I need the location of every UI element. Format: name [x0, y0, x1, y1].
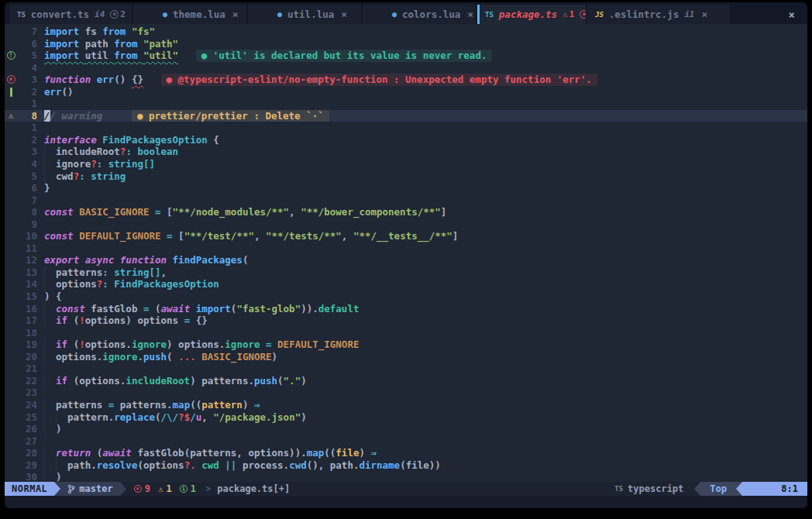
- token: await: [161, 303, 196, 314]
- token: ⇒: [371, 447, 377, 459]
- code-line[interactable]: 10const DEFAULT_IGNORE = ["**/test/**", …: [5, 230, 807, 242]
- close-tab-icon[interactable]: ×: [701, 9, 707, 20]
- close-tab-icon[interactable]: ×: [467, 9, 473, 20]
- line-number: 5: [17, 170, 37, 183]
- code-text: import util from "util": [44, 50, 178, 62]
- code-line[interactable]: 3 includeRoot?: boolean: [5, 146, 807, 158]
- code-line[interactable]: 22 if (options.includeRoot) patterns.pus…: [5, 375, 807, 387]
- tab-convert.ts[interactable]: TSconvert.tsi4×2×: [9, 5, 132, 24]
- code-line[interactable]: 7import fs from "fs": [5, 26, 807, 38]
- code-line[interactable]: 17 if (!options) options = {}: [5, 314, 807, 327]
- tab-colors.lua[interactable]: ●colors.lua×: [363, 5, 476, 24]
- code-line[interactable]: 27: [5, 435, 807, 448]
- code-line[interactable]: 12export async function findPackages(: [5, 254, 807, 266]
- command-line[interactable]: [5, 496, 807, 508]
- token: function: [120, 254, 173, 266]
- code-line[interactable]: 29 path.resolve(options?. cwd || process…: [5, 459, 807, 472]
- line-number: 3: [17, 74, 37, 86]
- js-file-icon: JS: [595, 11, 604, 19]
- tab-filename: util.lua: [287, 9, 334, 20]
- token: ,: [161, 266, 167, 278]
- statusbar-filename: package.ts[+]: [217, 483, 290, 494]
- token: pattern.: [67, 411, 114, 423]
- hint-sign-icon: !: [5, 51, 17, 60]
- warn-sign-icon: ⚠: [5, 110, 17, 122]
- code-line[interactable]: 11: [5, 242, 807, 255]
- code-editor-area[interactable]: 7import fs from "fs"6import path from "p…: [5, 24, 807, 482]
- token: ".": [284, 375, 301, 387]
- line-number: 29: [17, 459, 37, 472]
- token: includeRoot: [56, 146, 120, 157]
- token: ,: [201, 411, 213, 423]
- code-line[interactable]: 6import path from "path": [5, 38, 807, 50]
- code-line[interactable]: 19 if (!options.ignore) options.ignore =…: [5, 339, 807, 351]
- code-line[interactable]: 18: [5, 327, 807, 339]
- line-number: 30: [17, 471, 37, 482]
- line-number: 16: [17, 303, 37, 315]
- code-line[interactable]: 2interface FindPackagesOption {: [5, 134, 807, 146]
- code-line[interactable]: 21: [5, 363, 807, 375]
- token: if: [56, 314, 74, 326]
- code-line[interactable]: 16 const fastGlob = (await import("fast-…: [5, 303, 807, 315]
- code-line[interactable]: 8const BASIC_IGNORE = ["**/node_modules/…: [5, 206, 807, 218]
- code-line[interactable]: 15) {: [5, 290, 807, 303]
- close-tab-icon[interactable]: ×: [232, 9, 239, 20]
- code-line[interactable]: 30 ): [5, 471, 807, 482]
- code-text: includeRoot?: boolean: [44, 146, 178, 158]
- warning-icon: ⚠: [158, 484, 163, 494]
- code-line[interactable]: 23: [5, 387, 807, 399]
- code-line[interactable]: 1: [5, 122, 807, 134]
- info-icon: i: [180, 485, 188, 493]
- close-all-icon[interactable]: ×: [783, 5, 801, 24]
- code-line[interactable]: 5 cwd?: string: [5, 170, 807, 183]
- code-line[interactable]: !5import util from "util"● 'util' is dec…: [5, 50, 807, 62]
- token: }: [44, 182, 50, 194]
- code-line[interactable]: 24 patterns = patterns.map((pattern) ⇒: [5, 399, 807, 411]
- tab-filename: package.ts: [499, 9, 557, 20]
- code-line[interactable]: 13 patterns: string[],: [5, 266, 807, 279]
- token: "**/tests/**": [266, 230, 342, 242]
- token: from: [114, 50, 143, 61]
- code-line[interactable]: 14 options?: FindPackagesOption: [5, 278, 807, 290]
- line-number: 19: [17, 339, 37, 351]
- info-icon: i1: [684, 9, 694, 19]
- code-text: const BASIC_IGNORE = ["**/node_modules/*…: [44, 206, 446, 218]
- tab-package.ts[interactable]: TSpackage.ts⚠1×9i1●: [477, 5, 586, 24]
- code-line[interactable]: 7: [5, 194, 807, 207]
- token: string[]: [102, 158, 155, 170]
- token: "**/bower_components/**": [301, 206, 441, 218]
- token: ) {: [44, 290, 62, 302]
- code-line[interactable]: 9: [5, 218, 807, 231]
- token: path: [85, 38, 115, 50]
- chevron-separator-icon: >: [205, 483, 211, 494]
- line-number: 8: [17, 206, 37, 218]
- code-line[interactable]: 6}: [5, 182, 807, 194]
- token: async: [85, 254, 120, 266]
- token: fastGlob: [137, 447, 184, 459]
- tab-.eslintrc.js[interactable]: JS.eslintrc.jsi1×: [587, 5, 730, 24]
- token: patterns: [56, 399, 108, 411]
- line-number: 27: [17, 435, 37, 448]
- token: ignore: [102, 351, 137, 363]
- token: (options.: [74, 375, 126, 387]
- token: (patterns, options)).: [184, 447, 307, 459]
- code-line[interactable]: 2err(): [5, 86, 807, 98]
- tab-theme.lua[interactable]: ●theme.lua×: [133, 5, 246, 24]
- code-line[interactable]: 20 options.ignore.push( ... BASIC_IGNORE…: [5, 351, 807, 363]
- code-text: ignore?: string[]: [44, 158, 155, 170]
- token: (: [277, 375, 284, 387]
- close-tab-icon[interactable]: ×: [341, 9, 347, 20]
- inline-diagnostic: ● @typescript-eslint/no-empty-function :…: [161, 74, 597, 86]
- code-text: function err() {}: [44, 74, 143, 86]
- code-line[interactable]: 1: [5, 98, 807, 110]
- code-line[interactable]: 25 pattern.replace(/\/?$/u, "/package.js…: [5, 411, 807, 424]
- code-line[interactable]: ⚠8// warning● prettier/prettier : Delete…: [5, 110, 807, 122]
- line-number: 18: [17, 327, 37, 339]
- code-line[interactable]: 26 ): [5, 423, 807, 435]
- code-line[interactable]: ×3function err() {}● @typescript-eslint/…: [5, 74, 807, 86]
- token: ignore: [56, 158, 91, 170]
- code-line[interactable]: 4 ignore?: string[]: [5, 158, 807, 170]
- tab-util.lua[interactable]: ●util.lua×: [248, 5, 361, 24]
- code-line[interactable]: 28 return (await fastGlob(patterns, opti…: [5, 447, 807, 459]
- code-line[interactable]: 4: [5, 62, 807, 74]
